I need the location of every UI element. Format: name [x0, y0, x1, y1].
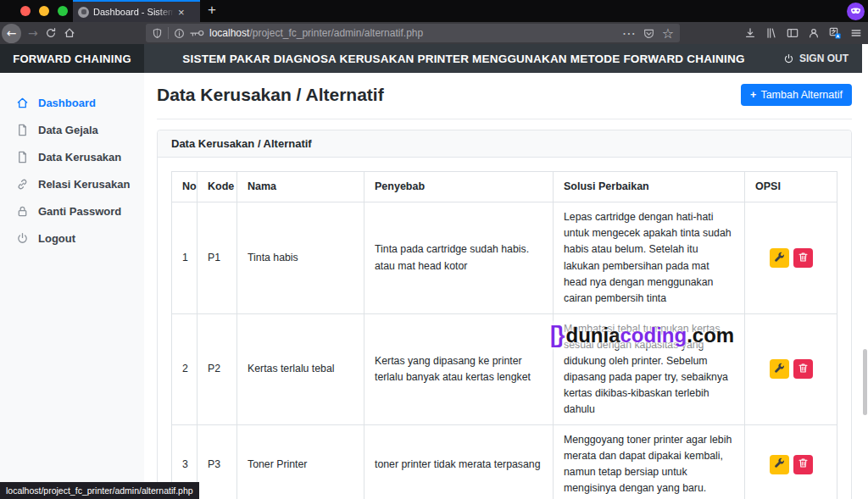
lock-icon	[16, 205, 29, 218]
edit-button[interactable]	[770, 248, 789, 268]
forward-button[interactable]: →	[28, 26, 38, 40]
menu-hamburger-icon[interactable]	[850, 27, 862, 39]
home-icon	[16, 97, 29, 109]
power-icon	[783, 53, 794, 64]
table-row: 1 P1 Tinta habis Tinta pada cartridge su…	[172, 202, 837, 313]
edit-button[interactable]	[770, 455, 789, 474]
page-content: FORWARD CHAINING SISTEM PAKAR DIAGNOSA K…	[0, 44, 862, 499]
url-path: /project_fc_printer/admin/alternatif.php	[249, 27, 423, 39]
new-tab-button[interactable]: +	[208, 2, 216, 19]
trash-icon	[798, 457, 809, 471]
column-header-opsi: OPSI	[745, 172, 837, 202]
cell-solusi: Menggoyang toner printer agar lebih mera…	[554, 424, 745, 499]
main-content: Data Kerusakan / Alternatif + Tambah Alt…	[144, 73, 862, 499]
browser-tab-bar: Dashboard - Sistem Pakar Diag × +	[0, 0, 868, 22]
page-actions-icon[interactable]: ⋯	[622, 25, 636, 42]
cell-opsi	[745, 424, 837, 499]
sidebar-item-dashboard[interactable]: Dashboard	[0, 89, 144, 116]
minimize-window-icon[interactable]	[39, 6, 49, 16]
trash-icon	[798, 363, 809, 376]
url-host: localhost	[209, 27, 249, 39]
back-button[interactable]: ←	[2, 24, 21, 43]
scrollbar-track	[862, 44, 868, 499]
cell-opsi	[745, 313, 837, 424]
browser-window: Dashboard - Sistem Pakar Diag × + ← → lo…	[0, 0, 868, 499]
duniacoding-logo-icon: [}	[550, 322, 564, 348]
tambah-alternatif-label: Tambah Alternatif	[760, 89, 843, 101]
translate-extension-icon[interactable]	[829, 27, 841, 39]
file-icon	[16, 151, 29, 164]
card-title: Data Kerusakan / Alternatif	[158, 130, 851, 158]
data-card: Data Kerusakan / Alternatif NoKodeNamaPe…	[157, 130, 852, 499]
pocket-icon[interactable]	[643, 28, 654, 39]
edit-button[interactable]	[770, 359, 789, 379]
column-header-penyebab: Penyebab	[364, 172, 554, 202]
cell-kode: P3	[198, 424, 237, 499]
bookmark-star-icon[interactable]: ☆	[662, 25, 674, 42]
sidebar-item-relasi-kerusakan[interactable]: Relasi Kerusakan	[0, 170, 144, 197]
column-header-nama: Nama	[237, 172, 364, 202]
trash-icon	[798, 252, 809, 265]
close-window-icon[interactable]	[20, 6, 31, 16]
cell-penyebab: toner printer tidak merata terpasang	[364, 424, 554, 499]
sidebar: Dashboard Data Gejala Data Kerusakan Rel…	[0, 73, 144, 499]
scrollbar-thumb[interactable]	[863, 349, 867, 415]
page-title: Data Kerusakan / Alternatif	[157, 85, 384, 105]
sign-out-label: SIGN OUT	[799, 53, 849, 64]
duniacoding-watermark: [} dunia coding .com	[546, 321, 738, 349]
delete-button[interactable]	[793, 455, 813, 474]
window-controls[interactable]	[20, 6, 68, 16]
cell-nama: Tinta habis	[237, 202, 364, 313]
tab-title: Dashboard - Sistem Pakar Diag	[93, 7, 174, 17]
tambah-alternatif-button[interactable]: + Tambah Alternatif	[741, 84, 852, 106]
tracking-protection-shield-icon[interactable]	[152, 28, 163, 39]
url-text[interactable]: localhost/project_fc_printer/admin/alter…	[209, 27, 617, 39]
library-icon[interactable]	[765, 27, 777, 39]
power-icon	[16, 232, 29, 245]
reload-button[interactable]	[45, 27, 57, 39]
cell-solusi: Lepas cartridge dengan hati-hati untuk m…	[554, 202, 745, 313]
account-icon[interactable]	[808, 27, 820, 39]
cell-nama: Kertas terlalu tebal	[237, 313, 364, 424]
tab-close-icon[interactable]: ×	[178, 7, 185, 18]
wrench-icon	[774, 457, 785, 471]
app-header: FORWARD CHAINING SISTEM PAKAR DIAGNOSA K…	[0, 44, 862, 73]
address-bar[interactable]: localhost/project_fc_printer/admin/alter…	[146, 24, 680, 42]
sidebar-item-label: Logout	[38, 232, 75, 245]
table-row: 3 P3 Toner Printer toner printer tidak m…	[172, 424, 837, 499]
cell-kode: P2	[198, 313, 237, 424]
site-info-icon[interactable]	[174, 28, 185, 39]
sidebar-item-label: Ganti Password	[38, 205, 121, 218]
delete-button[interactable]	[793, 248, 813, 268]
saved-login-key-icon[interactable]	[190, 30, 204, 37]
app-brand: FORWARD CHAINING	[0, 44, 144, 73]
sidebar-item-data-kerusakan[interactable]: Data Kerusakan	[0, 143, 144, 170]
link-status-tooltip: localhost/project_fc_printer/admin/alter…	[0, 482, 199, 499]
cell-no: 2	[172, 313, 198, 424]
sidebar-toggle-icon[interactable]	[787, 27, 798, 39]
cell-kode: P1	[198, 202, 237, 313]
cell-opsi	[745, 202, 837, 313]
sidebar-item-label: Relasi Kerusakan	[38, 178, 130, 191]
private-browsing-mask-icon	[847, 3, 865, 20]
sidebar-item-data-gejala[interactable]: Data Gejala	[0, 116, 144, 143]
sidebar-item-label: Data Gejala	[38, 124, 98, 136]
cell-no: 1	[172, 202, 198, 313]
cell-nama: Toner Printer	[237, 424, 364, 499]
cell-penyebab: Kertas yang dipasang ke printer terlalu …	[364, 313, 554, 424]
delete-button[interactable]	[793, 359, 813, 379]
site-favicon-icon	[78, 7, 89, 18]
sidebar-item-logout[interactable]: Logout	[0, 225, 144, 252]
maximize-window-icon[interactable]	[58, 6, 68, 16]
sidebar-item-ganti-password[interactable]: Ganti Password	[0, 197, 144, 225]
link-icon	[16, 178, 29, 191]
active-tab[interactable]: Dashboard - Sistem Pakar Diag ×	[73, 0, 200, 22]
column-header-solusi-perbaikan: Solusi Perbaikan	[554, 172, 745, 202]
wrench-icon	[774, 252, 785, 265]
sign-out-button[interactable]: SIGN OUT	[783, 44, 862, 73]
plus-icon: +	[750, 89, 756, 101]
app-header-title: SISTEM PAKAR DIAGNOSA KERUSAKAN PRINTER …	[144, 44, 783, 73]
cell-penyebab: Tinta pada cartridge sudah habis. atau m…	[364, 202, 554, 313]
downloads-icon[interactable]	[744, 27, 756, 39]
home-button[interactable]	[64, 27, 75, 39]
